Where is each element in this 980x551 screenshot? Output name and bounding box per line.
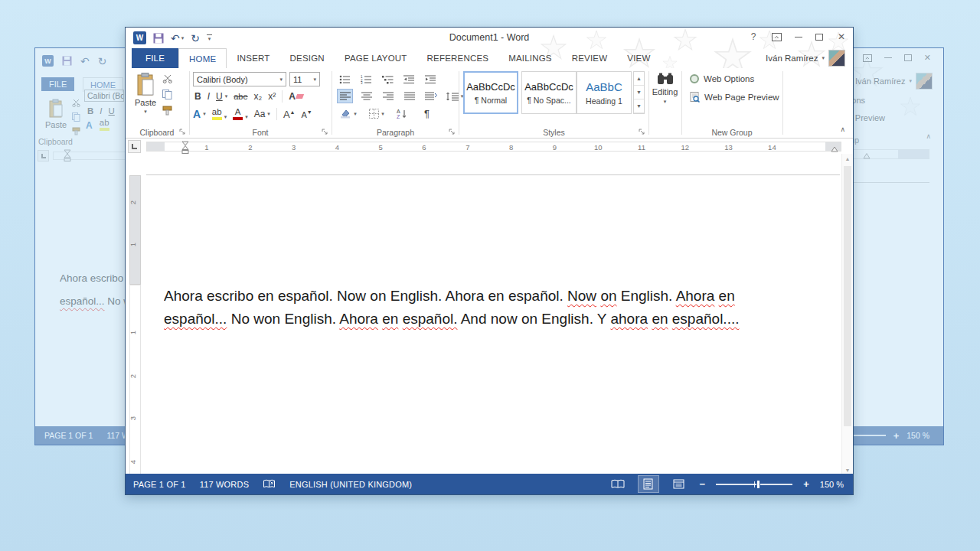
horizontal-ruler[interactable]: 1234567891011121314: [146, 142, 841, 152]
bold-button[interactable]: B: [194, 91, 201, 102]
web-page-preview-button[interactable]: Web Page Preview: [690, 92, 779, 103]
cut-icon[interactable]: [162, 74, 172, 83]
scrollbar-thumb[interactable]: [844, 166, 851, 426]
paste-clipboard-icon: [136, 72, 155, 96]
vruler-top-margin: [129, 175, 141, 285]
font-size-value: 11: [293, 75, 302, 84]
font-color-label: A: [235, 108, 241, 116]
status-bar: PAGE 1 OF 1 117 WORDS ENGLISH (UNITED KI…: [126, 474, 853, 494]
document-text[interactable]: Ahora escribo en español. Now on English…: [164, 285, 830, 330]
tab-insert[interactable]: INSERT: [227, 48, 279, 68]
grow-font-button[interactable]: A▲: [283, 109, 296, 120]
copy-icon[interactable]: [162, 90, 172, 99]
styles-down-icon[interactable]: ▼: [634, 86, 644, 99]
close-icon[interactable]: ✕: [836, 31, 847, 42]
show-hide-pilcrow-button[interactable]: ¶: [420, 107, 434, 120]
zoom-slider[interactable]: [716, 484, 792, 485]
tab-mailings[interactable]: MAILINGS: [498, 48, 562, 68]
italic-button[interactable]: I: [207, 91, 210, 102]
editing-button[interactable]: Editing ▾: [649, 73, 681, 105]
scroll-down-icon[interactable]: ▼: [842, 468, 853, 473]
misspelled-word: ahora: [610, 311, 648, 327]
font-color-button[interactable]: A▾: [233, 108, 248, 120]
page-indicator[interactable]: PAGE 1 OF 1: [133, 480, 186, 489]
vruler-body: [129, 285, 141, 475]
paste-button[interactable]: Paste ▾: [132, 72, 159, 127]
tab-home[interactable]: HOME: [178, 48, 227, 68]
zoom-out-icon[interactable]: −: [700, 478, 706, 490]
distribute-button[interactable]: [423, 90, 438, 103]
right-indent-marker[interactable]: [831, 146, 838, 152]
word-count[interactable]: 117 WORDS: [200, 480, 250, 489]
styles-up-icon[interactable]: ▲: [634, 72, 644, 86]
numbering-button[interactable]: 123: [359, 73, 374, 86]
align-center-button[interactable]: [359, 90, 374, 103]
account-menu[interactable]: Iván Ramírez ▾: [766, 48, 845, 68]
zoom-level[interactable]: 150 %: [820, 480, 844, 489]
tab-design[interactable]: DESIGN: [280, 48, 335, 68]
tab-file[interactable]: FILE: [132, 48, 178, 68]
tab-view[interactable]: VIEW: [617, 48, 660, 68]
paragraph-dialog-launcher[interactable]: [449, 129, 456, 135]
underline-button[interactable]: U▾: [216, 91, 227, 102]
document-area[interactable]: 211234 Ahora escribo en español. Now on …: [126, 154, 853, 475]
language-indicator[interactable]: ENGLISH (UNITED KINGDOM): [289, 480, 412, 489]
tab-page-layout[interactable]: PAGE LAYOUT: [335, 48, 417, 68]
vertical-ruler[interactable]: 211234: [129, 154, 141, 475]
bullets-button[interactable]: [338, 73, 352, 86]
style-sample: AaBbC: [586, 80, 622, 93]
multilevel-list-button[interactable]: [381, 73, 395, 86]
title-bar: W ↶ ▾ ↻ ▾ Document1 - Word ? ✕: [126, 28, 853, 48]
scroll-up-icon[interactable]: ▲: [842, 156, 853, 161]
clipboard-dialog-launcher[interactable]: [179, 129, 186, 135]
text-effects-button[interactable]: A▾: [193, 108, 206, 120]
collapse-ribbon-icon[interactable]: ∧: [840, 126, 845, 133]
styles-more-icon[interactable]: ▼: [634, 99, 644, 113]
zoom-slider-handle[interactable]: [756, 480, 760, 489]
decrease-indent-button[interactable]: [402, 73, 416, 86]
style-no-spacing[interactable]: AaBbCcDc ¶ No Spac...: [521, 71, 577, 114]
minimize-icon[interactable]: [795, 37, 802, 37]
change-case-button[interactable]: Aa▾: [254, 109, 270, 119]
read-mode-button[interactable]: [608, 476, 628, 492]
ribbon-display-options-icon[interactable]: [772, 33, 782, 41]
maximize-icon[interactable]: [815, 34, 823, 41]
superscript-button[interactable]: x²: [268, 91, 276, 102]
style-name: ¶ Normal: [475, 96, 507, 105]
align-right-button[interactable]: [381, 90, 395, 103]
proofing-errors-icon[interactable]: [263, 479, 276, 489]
word-window: W ↶ ▾ ↻ ▾ Document1 - Word ? ✕ FILE HOME…: [125, 27, 854, 495]
justify-button[interactable]: [402, 90, 416, 103]
tab-review[interactable]: REVIEW: [562, 48, 618, 68]
font-size-combo[interactable]: 11▾: [289, 72, 320, 86]
style-heading-1[interactable]: AaBbC Heading 1: [577, 71, 632, 114]
indent-markers[interactable]: [181, 141, 189, 155]
tab-selector[interactable]: [128, 140, 141, 153]
borders-button[interactable]: ▾: [366, 107, 387, 120]
web-layout-button[interactable]: [669, 476, 689, 492]
style-normal[interactable]: AaBbCcDc ¶ Normal: [463, 71, 518, 114]
misspelled-word: español...: [164, 311, 227, 327]
font-name-combo[interactable]: Calibri (Body)▾: [193, 72, 286, 86]
ruler-number: 11: [638, 142, 645, 152]
text-run: No won English.: [227, 311, 339, 327]
shrink-font-button[interactable]: A▼: [301, 109, 312, 119]
print-layout-button[interactable]: [639, 476, 658, 492]
highlight-button[interactable]: ab▾: [212, 108, 227, 120]
sort-button[interactable]: AZ: [394, 107, 413, 120]
subscript-button[interactable]: x₂: [254, 91, 263, 102]
strikethrough-button[interactable]: abe: [234, 92, 247, 101]
styles-dialog-launcher[interactable]: [639, 129, 645, 135]
increase-indent-button[interactable]: [423, 73, 438, 86]
align-left-button[interactable]: [338, 90, 352, 103]
underline-label: U: [216, 91, 223, 102]
web-options-button[interactable]: Web Options: [690, 74, 754, 83]
font-dialog-launcher[interactable]: [322, 129, 328, 135]
vertical-scrollbar[interactable]: ▲ ▼: [841, 154, 853, 475]
shading-button[interactable]: ▾: [338, 107, 359, 120]
clear-formatting-button[interactable]: A: [289, 91, 303, 102]
zoom-in-icon[interactable]: +: [803, 478, 809, 490]
tab-references[interactable]: REFERENCES: [417, 48, 499, 68]
help-icon[interactable]: ?: [748, 31, 759, 42]
format-painter-icon[interactable]: [162, 106, 172, 116]
